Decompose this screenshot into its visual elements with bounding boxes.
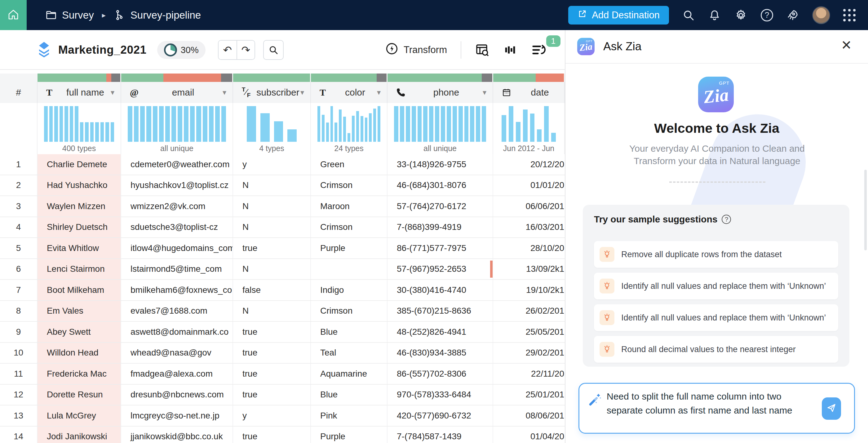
- cell-date[interactable]: 25/05/201: [493, 322, 565, 342]
- cell-date[interactable]: 19/10/2k1: [493, 280, 565, 300]
- chevron-down-icon[interactable]: ▾: [111, 88, 114, 97]
- cell-phone[interactable]: 46-(684)301-8076: [388, 175, 493, 196]
- cell-color[interactable]: Indigo: [311, 280, 388, 300]
- cell-subscriber[interactable]: true: [233, 343, 311, 363]
- cell-subscriber[interactable]: y: [233, 154, 311, 175]
- cell-num[interactable]: 14: [0, 426, 37, 443]
- cell-email[interactable]: wmizzen2@vk.com: [121, 196, 233, 216]
- cell-phone[interactable]: 48-(252)826-4941: [388, 322, 493, 342]
- cell-email[interactable]: lstairmond5@time_com: [121, 259, 233, 279]
- column-header-num[interactable]: #: [0, 82, 37, 103]
- transform-button[interactable]: Transform: [385, 42, 447, 58]
- close-icon[interactable]: ✕: [841, 39, 852, 52]
- user-avatar[interactable]: [812, 6, 830, 24]
- quality-bar-date[interactable]: [493, 73, 564, 82]
- cell-num[interactable]: 12: [0, 385, 37, 405]
- cell-full_name[interactable]: Had Yushachko: [37, 175, 121, 196]
- zia-input-box[interactable]: Need to split the full name column into …: [579, 383, 855, 434]
- table-explore-icon[interactable]: [475, 42, 490, 57]
- cell-phone[interactable]: 7-(784)587-1439: [388, 426, 493, 443]
- cell-date[interactable]: 22/11/20: [493, 363, 565, 384]
- cell-full_name[interactable]: Abey Swett: [37, 322, 121, 342]
- cell-color[interactable]: Purple: [311, 426, 388, 443]
- cell-email[interactable]: itlow4@hugedomains_com: [121, 238, 233, 258]
- suggestion-item[interactable]: Identify all null values and replace the…: [594, 304, 838, 331]
- cell-subscriber[interactable]: N: [233, 259, 311, 279]
- cell-date[interactable]: 20/12/20: [493, 154, 565, 175]
- cell-color[interactable]: Green: [311, 154, 388, 175]
- cell-date[interactable]: 25/01/201: [493, 385, 565, 405]
- suggestions-help-icon[interactable]: ?: [722, 215, 731, 224]
- cell-phone[interactable]: 7-(868)399-4919: [388, 217, 493, 238]
- cell-phone[interactable]: 86-(771)577-7975: [388, 238, 493, 258]
- cell-email[interactable]: dresunb@nbcnews.com: [121, 385, 233, 405]
- cell-phone[interactable]: 33-(148)926-9755: [388, 154, 493, 175]
- notifications-bell-icon[interactable]: [708, 9, 721, 22]
- cell-subscriber[interactable]: true: [233, 426, 311, 443]
- cell-email[interactable]: hyushachkov1@toplist.cz: [121, 175, 233, 196]
- cell-subscriber[interactable]: true: [233, 363, 311, 384]
- column-header-color[interactable]: Tcolor▾: [311, 82, 388, 103]
- applied-steps-icon[interactable]: 1: [531, 43, 547, 57]
- cell-phone[interactable]: 420-(577)690-6732: [388, 406, 493, 426]
- quality-bar-phone[interactable]: [388, 73, 492, 82]
- help-icon[interactable]: ?: [761, 9, 773, 21]
- suggestion-item[interactable]: Round all decimal values to the nearest …: [594, 336, 838, 363]
- cell-date[interactable]: 13/09/2k1: [493, 259, 565, 279]
- breadcrumb-folder-label[interactable]: Survey: [62, 9, 94, 21]
- cell-phone[interactable]: 57-(764)270-6172: [388, 196, 493, 216]
- cell-date[interactable]: 01/01/20: [493, 175, 565, 196]
- undo-button[interactable]: ↶: [219, 41, 237, 59]
- cell-num[interactable]: 11: [0, 363, 37, 384]
- chevron-down-icon[interactable]: ▾: [300, 88, 304, 97]
- quality-bar-color[interactable]: [311, 73, 386, 82]
- quality-bar-subscriber[interactable]: [233, 73, 310, 82]
- cell-color[interactable]: Teal: [311, 343, 388, 363]
- cell-subscriber[interactable]: true: [233, 385, 311, 405]
- cell-email[interactable]: sduetsche3@toplist-cz: [121, 217, 233, 238]
- cell-email[interactable]: aswett8@domainmark.co: [121, 322, 233, 342]
- column-header-email[interactable]: @email▾: [121, 82, 233, 103]
- cell-subscriber[interactable]: y: [233, 406, 311, 426]
- cell-subscriber[interactable]: true: [233, 322, 311, 342]
- zia-input-text[interactable]: Need to split the full name column into …: [607, 389, 808, 417]
- chevron-down-icon[interactable]: ▾: [223, 88, 226, 97]
- histogram-color[interactable]: 24 types: [311, 103, 388, 154]
- cell-color[interactable]: Crimson: [311, 217, 388, 238]
- cell-subscriber[interactable]: N: [233, 301, 311, 321]
- data-quality-pill[interactable]: 30%: [157, 41, 206, 59]
- cell-full_name[interactable]: Fredericka Mac: [37, 363, 121, 384]
- cell-num[interactable]: 10: [0, 343, 37, 363]
- cell-full_name[interactable]: Dorette Resun: [37, 385, 121, 405]
- cell-phone[interactable]: 57-(967)952-2653: [388, 259, 493, 279]
- cell-date[interactable]: 06/06/201: [493, 196, 565, 216]
- cell-color[interactable]: Aquamarine: [311, 363, 388, 384]
- cell-color[interactable]: Crimson: [311, 175, 388, 196]
- search-icon[interactable]: [682, 9, 695, 22]
- cell-date[interactable]: 26/02/201: [493, 301, 565, 321]
- cell-date[interactable]: 01/04/20: [493, 426, 565, 443]
- add-destination-button[interactable]: Add Destination: [568, 6, 669, 25]
- cell-date[interactable]: 08/06/201: [493, 406, 565, 426]
- column-header-date[interactable]: date: [493, 82, 565, 103]
- cell-subscriber[interactable]: N: [233, 217, 311, 238]
- histogram-full_name[interactable]: 400 types: [37, 103, 121, 154]
- cell-color[interactable]: [311, 259, 388, 279]
- cell-num[interactable]: 1: [0, 154, 37, 175]
- histogram-phone[interactable]: all unique: [388, 103, 493, 154]
- cell-color[interactable]: Blue: [311, 322, 388, 342]
- cell-num[interactable]: 3: [0, 196, 37, 216]
- cell-num[interactable]: 7: [0, 280, 37, 300]
- cell-num[interactable]: 4: [0, 217, 37, 238]
- cell-phone[interactable]: 86-(557)702-8306: [388, 363, 493, 384]
- cell-num[interactable]: 9: [0, 322, 37, 342]
- home-button[interactable]: [0, 0, 27, 30]
- cell-email[interactable]: jjanikowskid@bbc.co.uk: [121, 426, 233, 443]
- rocket-icon[interactable]: [786, 9, 799, 22]
- cell-num[interactable]: 8: [0, 301, 37, 321]
- cell-date[interactable]: 29/02/201: [493, 343, 565, 363]
- quality-bar-full_name[interactable]: [37, 73, 120, 82]
- breadcrumb-pipeline-label[interactable]: Survey-pipeline: [130, 9, 201, 21]
- cell-email[interactable]: bmilkeham6@foxnews_co: [121, 280, 233, 300]
- cell-full_name[interactable]: Boot Milkeham: [37, 280, 121, 300]
